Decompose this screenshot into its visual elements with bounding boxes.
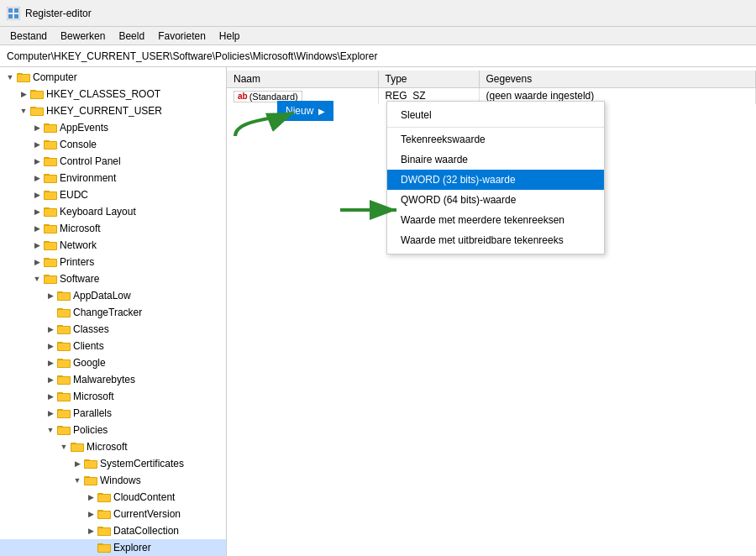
expand-malwarebytes[interactable]: ▶ [44, 373, 57, 386]
tree-item-google[interactable]: ▶ Google [0, 354, 226, 371]
svg-rect-25 [45, 176, 56, 182]
registry-table: Naam Type Gegevens ab (Standaard) REG_SZ… [227, 71, 756, 104]
expand-eudc[interactable]: ▶ [30, 188, 44, 202]
menu-bestand[interactable]: Bestand [3, 29, 54, 44]
tree-item-datacollection[interactable]: ▶ DataCollection [0, 522, 226, 539]
tree-label-windows: Windows [100, 475, 141, 486]
menu-item-sleutel[interactable]: Sleutel [387, 105, 604, 125]
tree-label-current-user: HKEY_CURRENT_USER [46, 105, 162, 117]
expand-microsoft-hkcu[interactable]: ▶ [30, 222, 44, 235]
svg-rect-46 [58, 293, 70, 300]
tree-panel[interactable]: ▼ Computer ▶ HKEY_CLASSES_ROOT ▼ HKEY_CU… [0, 67, 227, 556]
tree-item-changetracker[interactable]: ▶ ChangeTracker [0, 304, 226, 321]
svg-rect-67 [58, 411, 70, 417]
tree-item-environment[interactable]: ▶ Environment [0, 170, 226, 186]
svg-rect-64 [58, 394, 70, 401]
tree-item-software[interactable]: ▼ Software [0, 270, 226, 287]
tree-item-printers[interactable]: ▶ Printers [0, 254, 226, 270]
expand-parallels[interactable]: ▶ [44, 407, 57, 420]
tree-item-currentversion[interactable]: ▶ CurrentVersion [0, 506, 226, 522]
tree-item-parallels[interactable]: ▶ Parallels [0, 405, 226, 422]
menu-item-uitbreidbare[interactable]: Waarde met uitbreidbare tekenreeks [387, 230, 604, 250]
expand-printers[interactable]: ▶ [30, 255, 44, 269]
svg-rect-70 [58, 427, 70, 434]
folder-icon-keyboard-layout [44, 206, 57, 218]
expand-systemcertificates[interactable]: ▶ [71, 457, 84, 470]
col-type: Type [378, 71, 479, 87]
expand-policies[interactable]: ▼ [44, 423, 57, 437]
menu-item-qword[interactable]: QWORD (64 bits)-waarde [387, 190, 604, 210]
svg-rect-55 [58, 344, 70, 350]
tree-item-policies-microsoft[interactable]: ▼ Microsoft [0, 438, 226, 455]
svg-rect-73 [71, 444, 83, 451]
tree-item-microsoft-hkcu[interactable]: ▶ Microsoft [0, 220, 226, 237]
svg-rect-13 [31, 108, 43, 115]
tree-item-appevents[interactable]: ▶ AppEvents [0, 119, 226, 136]
menu-item-binairewaarde[interactable]: Binaire waarde [387, 149, 604, 170]
tree-item-console[interactable]: ▶ Console [0, 136, 226, 153]
menu-item-meerdere[interactable]: Waarde met meerdere tekenreeksen [387, 210, 604, 230]
tree-item-control-panel[interactable]: ▶ Control Panel [0, 153, 226, 170]
context-menu-area: Nieuw ▶ Sleutel Tekenreekswaarde Binaire… [277, 101, 333, 121]
svg-rect-82 [98, 495, 110, 501]
expand-windows[interactable]: ▼ [71, 474, 84, 487]
expand-cloudcontent[interactable]: ▶ [84, 490, 97, 504]
menu-bewerken[interactable]: Bewerken [54, 29, 112, 44]
folder-icon-printers [44, 256, 57, 268]
menu-help[interactable]: Help [213, 29, 247, 44]
tree-label-microsoft-sw: Microsoft [73, 391, 114, 402]
expand-keyboard-layout[interactable]: ▶ [30, 205, 44, 218]
expand-console[interactable]: ▶ [30, 138, 44, 151]
tree-item-eudc[interactable]: ▶ EUDC [0, 186, 226, 203]
svg-rect-61 [58, 377, 70, 384]
tree-item-appdatalow[interactable]: ▶ AppDataLow [0, 287, 226, 304]
svg-rect-49 [58, 310, 70, 317]
tree-item-network[interactable]: ▶ Network [0, 237, 226, 254]
tree-item-current-user[interactable]: ▼ HKEY_CURRENT_USER [0, 102, 226, 119]
expand-environment[interactable]: ▶ [30, 171, 44, 185]
menu-item-tekenreekswaarde[interactable]: Tekenreekswaarde [387, 129, 604, 149]
tree-item-classes[interactable]: ▶ Classes [0, 321, 226, 338]
tree-item-windows[interactable]: ▼ Windows [0, 472, 226, 489]
expand-datacollection[interactable]: ▶ [84, 524, 97, 538]
folder-icon-policies-microsoft [71, 441, 84, 453]
tree-item-computer[interactable]: ▼ Computer [0, 69, 226, 86]
tree-item-malwarebytes[interactable]: ▶ Malwarebytes [0, 371, 226, 388]
expand-google[interactable]: ▶ [44, 356, 57, 370]
tree-item-explorer[interactable]: ▶ Explorer [0, 539, 226, 556]
svg-rect-2 [14, 8, 18, 13]
tree-item-classes-root[interactable]: ▶ HKEY_CLASSES_ROOT [0, 86, 226, 102]
expand-classes-root[interactable]: ▶ [17, 87, 30, 101]
tree-item-clients[interactable]: ▶ Clients [0, 338, 226, 354]
menu-bar: Bestand Bewerken Beeld Favorieten Help [0, 27, 756, 45]
menu-beeld[interactable]: Beeld [112, 29, 151, 44]
expand-policies-microsoft[interactable]: ▼ [57, 440, 71, 454]
menu-item-dword[interactable]: DWORD (32 bits)-waarde [387, 170, 604, 190]
tree-label-systemcertificates: SystemCertificates [100, 458, 184, 469]
tree-item-microsoft-sw[interactable]: ▶ Microsoft [0, 388, 226, 405]
standard-value-label: (Standaard) [249, 92, 298, 102]
expand-classes[interactable]: ▶ [44, 323, 57, 336]
tree-item-cloudcontent[interactable]: ▶ CloudContent [0, 489, 226, 506]
menu-favorieten[interactable]: Favorieten [151, 29, 213, 44]
main-content: ▼ Computer ▶ HKEY_CLASSES_ROOT ▼ HKEY_CU… [0, 67, 756, 556]
expand-appevents[interactable]: ▶ [30, 121, 44, 134]
expand-microsoft-sw[interactable]: ▶ [44, 390, 57, 403]
tree-item-systemcertificates[interactable]: ▶ SystemCertificates [0, 455, 226, 472]
svg-rect-3 [8, 14, 13, 18]
tree-label-clients: Clients [73, 340, 104, 352]
expand-appdatalow[interactable]: ▶ [44, 289, 57, 302]
tree-item-keyboard-layout[interactable]: ▶ Keyboard Layout [0, 203, 226, 220]
expand-software[interactable]: ▼ [30, 272, 44, 286]
folder-icon-classes-root [30, 88, 44, 100]
tree-item-policies[interactable]: ▼ Policies [0, 422, 226, 438]
folder-icon-console [44, 139, 57, 150]
expand-currentversion[interactable]: ▶ [84, 507, 97, 521]
expand-network[interactable]: ▶ [30, 239, 44, 252]
expand-control-panel[interactable]: ▶ [30, 155, 44, 168]
expand-clients[interactable]: ▶ [44, 339, 57, 353]
expand-current-user[interactable]: ▼ [17, 104, 30, 118]
folder-icon-appdatalow [57, 290, 71, 302]
expand-computer[interactable]: ▼ [3, 71, 17, 84]
folder-icon-appevents [44, 122, 57, 134]
